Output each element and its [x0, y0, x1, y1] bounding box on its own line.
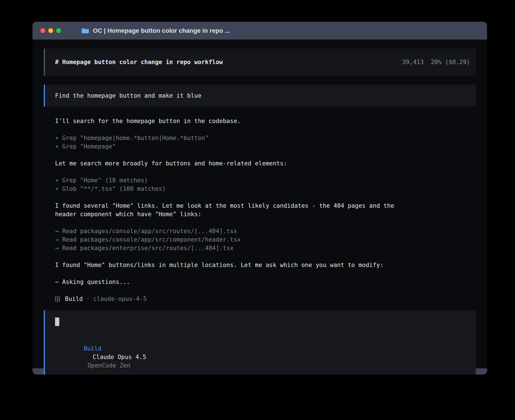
- blank-line: [55, 252, 476, 261]
- folder-icon: [81, 28, 89, 34]
- session-stats: 39,413 20% ($0.29): [402, 59, 470, 65]
- agent-status-line: Build · claude-opus-4-5: [55, 295, 476, 303]
- input-status-line: Build Claude Opus 4.5 OpenCode Zen: [55, 336, 466, 375]
- window-title: OC | Homepage button color change in rep…: [93, 27, 230, 34]
- traffic-lights: [40, 28, 61, 33]
- tool-call-line: ∗ Grep "homepage|home.*button|Home.*butt…: [55, 134, 476, 142]
- blank-line: [55, 286, 476, 295]
- tool-call-line: → Read packages/console/app/src/routes/[…: [55, 227, 476, 235]
- tool-call-line: ∗ Grep "Home" (18 matches): [55, 176, 476, 185]
- zoom-button[interactable]: [56, 28, 61, 33]
- assistant-text-line: ~ Asking questions...: [55, 278, 476, 286]
- blank-line: [55, 168, 476, 176]
- window-titlebar[interactable]: OC | Homepage button color change in rep…: [32, 22, 487, 40]
- input-provider: OpenCode Zen: [88, 362, 130, 369]
- tool-call-line: ∗ Grep "Homepage": [55, 142, 476, 151]
- minimize-button[interactable]: [48, 28, 53, 33]
- blank-line: [55, 151, 476, 159]
- text-cursor: [55, 318, 59, 326]
- blank-line: [55, 193, 476, 202]
- user-message-text: Find the homepage button and make it blu…: [55, 92, 201, 99]
- input-model: Claude Opus 4.5: [93, 354, 146, 360]
- assistant-text-line: I found "Home" buttons/links in multiple…: [55, 261, 476, 269]
- assistant-text-line: header component which have "Home" links…: [55, 210, 476, 218]
- input-spacer: [55, 327, 466, 336]
- session-title: # Homepage button color change in repo w…: [55, 59, 223, 65]
- session-header: # Homepage button color change in repo w…: [44, 49, 476, 76]
- assistant-text-line: I found several "Home" links. Let me loo…: [55, 202, 476, 210]
- conversation-lines: I'll search for the homepage button in t…: [55, 117, 476, 295]
- close-button[interactable]: [40, 28, 45, 33]
- assistant-text-line: Let me search more broadly for buttons a…: [55, 159, 476, 168]
- prompt-input[interactable]: Build Claude Opus 4.5 OpenCode Zen: [44, 310, 476, 375]
- tool-call-line: ∗ Glob "**/*.tsx" (100 matches): [55, 185, 476, 193]
- terminal-content: # Homepage button color change in repo w…: [32, 40, 487, 368]
- agent-separator: ·: [86, 295, 90, 303]
- tool-call-line: → Read packages/console/app/src/componen…: [55, 235, 476, 244]
- agent-icon: [55, 297, 60, 301]
- blank-line: [55, 269, 476, 278]
- conversation: I'll search for the homepage button in t…: [44, 117, 476, 303]
- blank-line: [55, 125, 476, 134]
- assistant-text-line: I'll search for the homepage button in t…: [55, 117, 476, 125]
- user-message: Find the homepage button and make it blu…: [44, 85, 476, 107]
- blank-line: [55, 218, 476, 227]
- terminal-window: OC | Homepage button color change in rep…: [32, 22, 487, 375]
- input-mode: Build: [84, 345, 101, 352]
- agent-name: Build: [65, 295, 83, 303]
- tool-call-line: → Read packages/enterprise/src/routes/[.…: [55, 244, 476, 252]
- agent-model: claude-opus-4-5: [93, 295, 147, 303]
- window-title-group: OC | Homepage button color change in rep…: [81, 27, 230, 34]
